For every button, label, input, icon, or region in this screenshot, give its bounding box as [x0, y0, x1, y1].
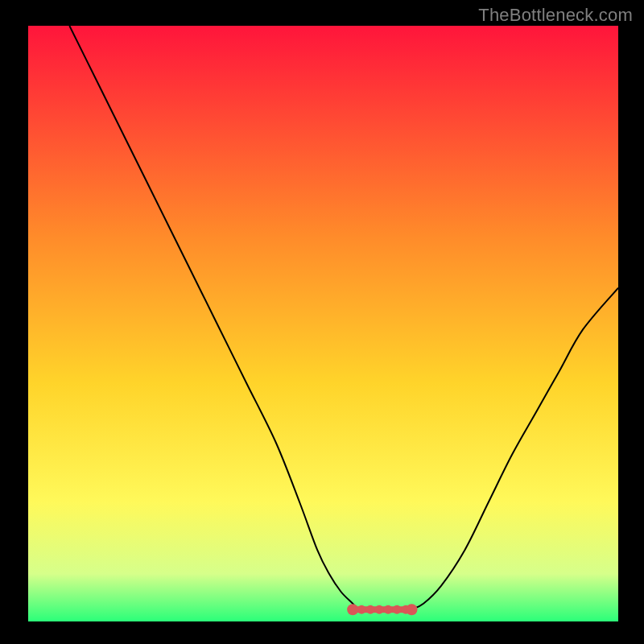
flat-zone-dot: [393, 605, 402, 614]
plot-area: [28, 26, 618, 621]
flat-zone-dot: [357, 605, 366, 614]
flat-zone-dot: [366, 605, 375, 614]
watermark-text: TheBottleneck.com: [478, 5, 633, 26]
chart-frame: TheBottleneck.com: [0, 0, 644, 644]
chart-svg: [28, 26, 618, 621]
flat-zone-end-dot: [347, 604, 358, 615]
flat-zone-dot: [375, 605, 384, 614]
flat-zone-dot: [384, 605, 393, 614]
flat-zone-end-dot: [406, 604, 417, 615]
gradient-background: [28, 26, 618, 621]
